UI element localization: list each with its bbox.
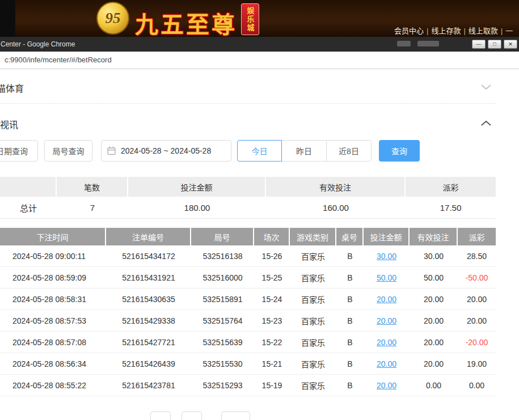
records-header-cell: 注单编号 [106, 228, 191, 245]
bet-amount-link[interactable]: 20.00 [364, 310, 410, 331]
top-nav-link[interactable]: 一 [505, 27, 513, 35]
close-button[interactable]: ✕ [504, 40, 517, 49]
nav-separator: | [427, 27, 428, 35]
bet-amount-link[interactable]: 50.00 [364, 267, 410, 288]
game-type: 百家乐 [290, 353, 336, 374]
records-header-row: 下注时间注单编号局号场次游戏类别桌号投注金额有效投注派彩 [0, 228, 496, 245]
bet-id: 521615427721 [106, 332, 191, 353]
window-controls: —□✕ [472, 40, 517, 49]
payout: -50.00 [458, 267, 496, 288]
game-type: 百家乐 [290, 289, 336, 309]
round-number: 532515293 [191, 375, 254, 396]
browser-url-bar[interactable]: c:9900/infe/mcenter/#/betRecord [0, 52, 519, 69]
bet-time: 2024-05-28 08:55:22 [0, 375, 106, 396]
yesterday-button[interactable]: 昨日 [281, 140, 327, 162]
date-query-button[interactable]: 日期查询 [0, 140, 38, 162]
window-titlebar[interactable]: Center - Google Chrome [0, 37, 519, 52]
game-type: 百家乐 [290, 375, 336, 396]
query-button[interactable]: 查询 [379, 140, 420, 162]
left-black-strip [0, 0, 15, 37]
bet-amount-link[interactable]: 20.00 [364, 289, 410, 309]
section-sports[interactable]: 猫体育 [0, 78, 496, 96]
url-text: c:9900/infe/mcenter/#/betRecord [5, 52, 112, 69]
obscured-text-fragment [397, 41, 411, 46]
bet-time: 2024-05-28 08:57:53 [0, 310, 106, 331]
chevron-down-icon[interactable] [481, 84, 491, 91]
payout: 28.50 [458, 245, 496, 266]
section-video[interactable]: 视讯 [0, 114, 496, 133]
summary-value: 17.50 [406, 197, 496, 219]
summary-header-cell: 笔数 [57, 177, 128, 197]
bet-amount-link[interactable]: 20.00 [364, 332, 410, 353]
summary-body-row: 总计7180.00160.0017.50 [0, 197, 496, 219]
round-number: 532515530 [191, 353, 254, 374]
pagination-button[interactable] [221, 411, 250, 420]
payout: -20.00 [458, 332, 496, 353]
logo-coin-icon: 95 [96, 2, 129, 35]
round-number: 532516138 [191, 245, 254, 266]
pagination-button[interactable] [150, 411, 171, 420]
valid-bet: 20.00 [410, 353, 458, 374]
valid-bet: 0.00 [410, 375, 458, 396]
bet-time: 2024-05-28 08:58:31 [0, 289, 106, 309]
summary-value: 7 [57, 197, 128, 219]
table-row: 2024-05-28 08:58:31521615430635532515891… [0, 289, 496, 310]
bet-amount-link[interactable]: 30.00 [364, 245, 410, 266]
nav-separator: | [463, 27, 465, 35]
table-row: 2024-05-28 09:00:11521615434172532516138… [0, 245, 496, 267]
session: 15-22 [254, 332, 290, 353]
top-nav-link[interactable]: 会员中心 [394, 27, 424, 35]
pagination-button[interactable] [182, 411, 202, 420]
payout: 0.00 [458, 375, 496, 396]
session: 15-19 [254, 375, 290, 396]
last-8-days-button[interactable]: 近8日 [326, 140, 372, 162]
session: 15-21 [254, 353, 290, 374]
records-header-cell: 游戏类别 [290, 228, 336, 245]
chevron-up-icon[interactable] [481, 120, 491, 127]
table-number: B [336, 332, 364, 353]
table-number: B [336, 375, 364, 396]
valid-bet: 50.00 [410, 267, 458, 288]
screen: 95 九五至尊 娱乐城 会员中心|线上存款|线上取款|一 Center - Go… [0, 0, 519, 420]
summary-header-cell [0, 177, 57, 197]
today-button[interactable]: 今日 [237, 140, 282, 162]
table-row: 2024-05-28 08:57:08521615427721532515639… [0, 332, 496, 353]
payout: 20.00 [458, 310, 496, 331]
bet-time: 2024-05-28 08:57:08 [0, 332, 106, 353]
bet-id: 521615431921 [106, 267, 191, 288]
bet-id: 521615434172 [106, 245, 191, 266]
bet-amount-link[interactable]: 20.00 [364, 375, 410, 396]
records-header-cell: 局号 [191, 228, 254, 245]
round-query-button[interactable]: 局号查询 [44, 140, 92, 162]
date-range-input[interactable]: 2024-05-28 ~ 2024-05-28 [101, 140, 231, 162]
game-type: 百家乐 [290, 245, 336, 266]
obscured-text-fragment [417, 41, 439, 46]
maximize-button[interactable]: □ [488, 40, 501, 49]
table-row: 2024-05-28 08:55:22521615423781532515293… [0, 375, 496, 396]
site-header: 95 九五至尊 娱乐城 会员中心|线上存款|线上取款|一 [0, 0, 519, 37]
logo-badge: 娱乐城 [241, 3, 259, 35]
table-number: B [336, 245, 364, 266]
summary-header-cell: 有效投注 [266, 177, 406, 197]
logo-coin-text: 95 [106, 10, 121, 27]
game-type: 百家乐 [290, 332, 336, 353]
table-number: B [336, 353, 364, 374]
table-number: B [336, 267, 364, 288]
game-type: 百家乐 [290, 267, 336, 288]
table-row: 2024-05-28 08:59:09521615431921532516000… [0, 267, 496, 289]
filter-bar: 日期查询 局号查询 2024-05-28 ~ 2024-05-28 今日 昨日 … [0, 140, 519, 162]
bet-id: 521615423781 [106, 375, 191, 396]
valid-bet: 20.00 [410, 332, 458, 353]
session: 15-24 [254, 289, 290, 309]
bet-amount-link[interactable]: 20.00 [364, 353, 410, 374]
round-number: 532515639 [191, 332, 254, 353]
records-table: 下注时间注单编号局号场次游戏类别桌号投注金额有效投注派彩 2024-05-28 … [0, 228, 496, 396]
top-nav-link[interactable]: 线上取款 [469, 27, 498, 35]
table-row: 2024-05-28 08:56:34521615426439532515530… [0, 353, 496, 375]
summary-header-cell: 派彩 [406, 177, 496, 197]
top-nav-link[interactable]: 线上存款 [431, 27, 461, 35]
records-header-cell: 有效投注 [410, 228, 458, 245]
section-video-label: 视讯 [0, 117, 18, 131]
minimize-button[interactable]: — [472, 40, 486, 49]
date-range-value: 2024-05-28 ~ 2024-05-28 [121, 146, 211, 155]
